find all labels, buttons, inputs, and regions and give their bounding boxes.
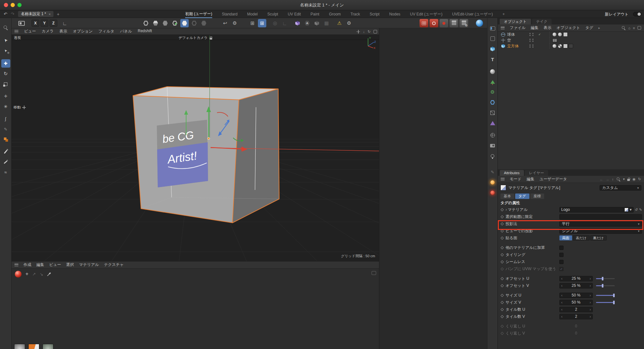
workplane-lock-icon[interactable]	[313, 19, 321, 27]
pan-view-icon[interactable]	[356, 30, 360, 33]
keyframe-diamond[interactable]	[501, 301, 504, 304]
preset-dropdown[interactable]: カスタム▾	[600, 185, 641, 191]
length-v-slider[interactable]	[596, 300, 615, 305]
add-material-button[interactable]: +	[25, 271, 28, 277]
uvw-tag-icon[interactable]	[563, 32, 568, 37]
object-row-空[interactable]: 空	[498, 37, 644, 43]
camera-icon[interactable]	[489, 142, 497, 149]
layout-tab-Standard[interactable]: Standard	[222, 10, 238, 18]
increment-icon[interactable]: ›	[590, 284, 591, 288]
layout-tab-UV Edit[interactable]: UV Edit	[288, 10, 301, 18]
use-uvw-for-bump-checkbox[interactable]	[559, 267, 564, 271]
frame-view-icon[interactable]	[374, 30, 377, 33]
panel-icon[interactable]	[638, 26, 641, 30]
forward-icon[interactable]: →	[606, 177, 609, 181]
increment-icon[interactable]: ›	[590, 300, 591, 304]
prism-icon[interactable]	[489, 119, 497, 127]
keyframe-diamond[interactable]	[501, 253, 504, 256]
keyframe-diamond[interactable]	[501, 308, 504, 311]
quantize-icon[interactable]: ◎	[271, 19, 279, 27]
length-u-spinner[interactable]: ‹50 %›	[559, 293, 593, 298]
viewport-menu-Redshift[interactable]: Redshift	[138, 29, 152, 34]
settings-gear-icon[interactable]: ⚙	[345, 19, 353, 27]
layout-tab-Track[interactable]: Track	[350, 10, 360, 18]
text-tool-icon[interactable]: T	[489, 55, 497, 63]
pen-tool-icon[interactable]: ✎	[1, 125, 10, 133]
layout-tab-UV Edit (ユーザー)[interactable]: UV Edit (ユーザー)	[410, 10, 442, 18]
render-view-button[interactable]	[420, 19, 428, 27]
snap-toggle-icon[interactable]: ↩	[221, 19, 229, 27]
snap-star-icon[interactable]: ✳	[1, 102, 10, 111]
refresh-icon[interactable]: ↻	[638, 177, 641, 181]
green-gear-icon[interactable]: ⚙	[489, 88, 497, 96]
film-tag-icon[interactable]	[552, 38, 557, 42]
zoom-tool-icon[interactable]	[1, 23, 10, 32]
seamless-checkbox[interactable]	[559, 260, 564, 264]
axis-lock-x-button[interactable]: X	[32, 20, 39, 27]
tab-レイヤー[interactable]: レイヤー	[525, 170, 548, 176]
object-menu-icon[interactable]	[501, 26, 505, 29]
side-option-表だけ[interactable]: 表だけ	[573, 235, 590, 241]
swatches-icon[interactable]	[1, 135, 10, 144]
viewport-menu-表示[interactable]: 表示	[59, 29, 67, 34]
tiles-u-spinner[interactable]: ‹2›	[559, 307, 593, 312]
live-selection-icon[interactable]: ➤	[1, 36, 10, 44]
search-icon[interactable]	[621, 26, 626, 30]
slider-handle[interactable]	[613, 294, 615, 297]
object-row-球体[interactable]: 球体✓	[498, 32, 644, 37]
side-option-両面[interactable]: 両面	[559, 235, 572, 241]
keyframe-diamond[interactable]	[501, 277, 504, 280]
attribute-menu-モード[interactable]: モード	[510, 176, 522, 182]
layout-tab-Model[interactable]: Model	[247, 10, 258, 18]
material-menu-選択[interactable]: 選択	[66, 262, 74, 268]
axis-lock-z-button[interactable]: Z	[50, 20, 57, 27]
layout-tab-UVEdit-User (ユーザー)[interactable]: UVEdit-User (ユーザー)	[452, 10, 493, 18]
keyframe-diamond[interactable]	[501, 215, 504, 218]
minimize-window-button[interactable]	[11, 3, 15, 7]
workplane-grid-icon[interactable]: ⊞	[248, 19, 257, 27]
viewport-menu-パネル[interactable]: パネル	[120, 29, 132, 34]
add-document-button[interactable]: +	[57, 12, 59, 17]
tab-テイク[interactable]: テイク	[532, 19, 552, 24]
viewport-menu-フィルタ[interactable]: フィルタ	[99, 29, 114, 34]
material-menu-編集[interactable]: 編集	[36, 262, 44, 268]
increment-icon[interactable]: ›	[590, 277, 591, 280]
texture-mode-icon[interactable]	[180, 19, 189, 27]
menu-overflow-icon[interactable]: ▸	[598, 26, 600, 30]
visibility-dots[interactable]	[529, 33, 534, 36]
selection-filter-icon[interactable]: ➤⚙	[1, 46, 10, 55]
object-menu-編集[interactable]: 編集	[531, 25, 538, 31]
render-sphere-icon[interactable]	[475, 19, 484, 27]
workplane-align-icon[interactable]: ▦	[322, 19, 331, 27]
filter-icon[interactable]: ▾	[623, 177, 625, 181]
decrement-icon[interactable]: ‹	[561, 284, 563, 288]
material-field[interactable]: Logo▾	[559, 207, 634, 212]
keyframe-diamond[interactable]	[501, 332, 504, 335]
restrict-to-selection-input[interactable]	[559, 214, 642, 220]
workplane-cube-icon[interactable]	[293, 19, 302, 27]
tab-Attributes[interactable]: Attributes	[500, 170, 524, 176]
scale-tool-icon[interactable]	[1, 80, 10, 88]
camera-lock-icon[interactable]	[210, 36, 212, 40]
document-tab[interactable]: 名称未設定 1 * ×	[18, 11, 53, 17]
warning-icon[interactable]: ⚠	[335, 19, 344, 27]
viewport-menu-icon[interactable]	[14, 30, 18, 33]
keyframe-diamond[interactable]	[501, 229, 504, 232]
keyframe-diamond[interactable]	[501, 246, 504, 249]
close-window-button[interactable]	[4, 3, 8, 7]
projection-dropdown[interactable]: 平行▾	[559, 221, 642, 227]
decrement-icon[interactable]: ‹	[561, 293, 563, 297]
material-menu-ビュー[interactable]: ビュー	[49, 262, 61, 268]
keyframe-diamond[interactable]	[501, 267, 504, 270]
checker-sphere-icon[interactable]	[558, 44, 562, 48]
attribute-menu-icon[interactable]	[501, 178, 505, 181]
point-mode-icon[interactable]	[190, 19, 198, 27]
offset-u-slider[interactable]	[596, 277, 615, 281]
layout-tab-Groom[interactable]: Groom	[329, 10, 341, 18]
workplane-auto-icon[interactable]: A	[303, 19, 311, 27]
decrement-icon[interactable]: ‹	[561, 277, 563, 280]
keyframe-diamond[interactable]	[501, 325, 504, 328]
layout-tab-Nodes[interactable]: Nodes	[389, 10, 401, 18]
tree-icon[interactable]	[489, 78, 497, 86]
subtab-タグ[interactable]: タグ	[515, 193, 529, 199]
